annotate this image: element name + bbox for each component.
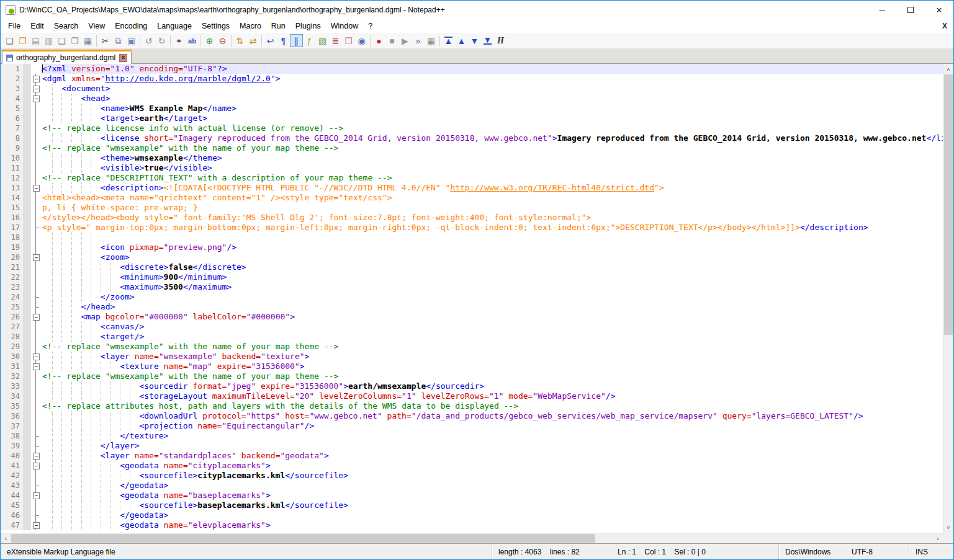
- line-number[interactable]: 6: [1, 113, 23, 123]
- maximize-button[interactable]: [896, 1, 925, 19]
- fold-current-button[interactable]: ▲: [455, 34, 468, 47]
- line-number[interactable]: 29: [1, 342, 23, 352]
- open-folder-button[interactable]: ❐: [16, 34, 29, 47]
- line-number[interactable]: 12: [1, 173, 23, 183]
- menu-view[interactable]: View: [83, 19, 110, 33]
- bookmark-margin[interactable]: [23, 193, 31, 203]
- line-number[interactable]: 23: [1, 282, 23, 292]
- code-text[interactable]: <geodata name="cityplacemarks">: [41, 461, 943, 471]
- show-indent-guide-button[interactable]: ∥: [290, 34, 303, 47]
- code-text[interactable]: <layer name="wmsexample" backend="textur…: [41, 352, 943, 362]
- code-text[interactable]: <sourcefile>baseplacemarks.kml</sourcefi…: [41, 500, 943, 510]
- line-number[interactable]: 16: [1, 213, 23, 223]
- bookmark-margin[interactable]: [23, 510, 31, 520]
- line-number[interactable]: 32: [1, 371, 23, 381]
- code-text[interactable]: </layer>: [41, 441, 943, 451]
- bookmark-margin[interactable]: [23, 213, 31, 223]
- bookmark-margin[interactable]: [23, 292, 31, 302]
- code-text[interactable]: <zoom>: [41, 252, 943, 262]
- find-button[interactable]: ⚭: [173, 34, 186, 47]
- bookmark-margin[interactable]: [23, 94, 31, 104]
- line-number[interactable]: 27: [1, 322, 23, 332]
- document-map-button[interactable]: ▧: [316, 34, 329, 47]
- line-number[interactable]: 40: [1, 451, 23, 461]
- vertical-scrollbar[interactable]: ˄ ˅: [943, 64, 953, 533]
- code-text[interactable]: </geodata>: [41, 481, 943, 491]
- scroll-up-icon[interactable]: ˄: [943, 64, 953, 74]
- bookmark-margin[interactable]: [23, 342, 31, 352]
- minimize-button[interactable]: ─: [868, 1, 896, 19]
- bookmark-margin[interactable]: [23, 481, 31, 491]
- zoom-out-button[interactable]: ⊖: [216, 34, 229, 47]
- line-number[interactable]: 4: [1, 94, 23, 104]
- line-number[interactable]: 14: [1, 193, 23, 203]
- bookmark-margin[interactable]: [23, 441, 31, 451]
- fold-toggle-icon[interactable]: [31, 252, 41, 262]
- bookmark-margin[interactable]: [23, 491, 31, 500]
- bookmark-margin[interactable]: [23, 84, 31, 94]
- scroll-down-icon[interactable]: ˅: [943, 522, 953, 533]
- code-pane[interactable]: 1<?xml version="1.0" encoding="UTF-8"?>2…: [1, 64, 943, 533]
- close-all-documents-button[interactable]: ❐: [68, 34, 81, 47]
- line-number[interactable]: 35: [1, 401, 23, 411]
- menu-language[interactable]: Language: [152, 19, 197, 33]
- bookmark-margin[interactable]: [23, 104, 31, 113]
- bookmark-margin[interactable]: [23, 262, 31, 272]
- code-text[interactable]: [41, 233, 943, 242]
- line-number[interactable]: 20: [1, 252, 23, 262]
- bookmark-margin[interactable]: [23, 163, 31, 173]
- line-number[interactable]: 5: [1, 104, 23, 113]
- line-number[interactable]: 38: [1, 431, 23, 441]
- bookmark-margin[interactable]: [23, 64, 31, 74]
- line-number[interactable]: 1: [1, 64, 23, 74]
- cut-button[interactable]: ✂: [99, 34, 112, 47]
- horizontal-scrollbar-thumb[interactable]: [11, 534, 595, 543]
- status-encoding[interactable]: UTF-8: [845, 544, 909, 559]
- code-text[interactable]: <minimum>900</minimum>: [41, 272, 943, 282]
- line-number[interactable]: 10: [1, 153, 23, 163]
- line-number[interactable]: 42: [1, 471, 23, 481]
- macro-stop-button[interactable]: ■: [385, 34, 398, 47]
- fold-toggle-icon[interactable]: [31, 94, 41, 104]
- bookmark-margin[interactable]: [23, 352, 31, 362]
- tab-orthography-burgenland[interactable]: orthography_burgenland.dgml ✕: [2, 50, 132, 64]
- code-text[interactable]: <dgml xmlns="http://edu.kde.org/marble/d…: [41, 74, 943, 84]
- menu-run[interactable]: Run: [266, 19, 290, 33]
- bookmark-margin[interactable]: [23, 471, 31, 481]
- bookmark-margin[interactable]: [23, 173, 31, 183]
- line-number[interactable]: 22: [1, 272, 23, 282]
- scroll-right-icon[interactable]: ›: [932, 533, 943, 543]
- save-button[interactable]: ▤: [29, 34, 42, 47]
- bookmark-margin[interactable]: [23, 282, 31, 292]
- bookmark-margin[interactable]: [23, 332, 31, 342]
- line-number[interactable]: 39: [1, 441, 23, 451]
- line-number[interactable]: 7: [1, 123, 23, 133]
- code-text[interactable]: <discrete>false</discrete>: [41, 262, 943, 272]
- bookmark-margin[interactable]: [23, 183, 31, 193]
- macro-save-button[interactable]: ▦: [425, 34, 438, 47]
- menu-plugins[interactable]: Plugins: [290, 19, 326, 33]
- code-text[interactable]: <!-- replace "wmsexample" with the name …: [41, 371, 943, 381]
- line-number[interactable]: 11: [1, 163, 23, 173]
- code-text[interactable]: <!-- replace licencse info with actual l…: [41, 123, 943, 133]
- code-text[interactable]: </style></head><body style=" font-family…: [41, 213, 943, 223]
- sync-vertical-scrolling-button[interactable]: ⇅: [233, 34, 246, 47]
- bookmark-margin[interactable]: [23, 520, 31, 530]
- bookmark-margin[interactable]: [23, 123, 31, 133]
- sync-horizontal-scrolling-button[interactable]: ⇄: [246, 34, 259, 47]
- horizontal-scrollbar[interactable]: ‹ ›: [1, 533, 943, 543]
- code-text[interactable]: <geodata name="baseplacemarks">: [41, 491, 943, 500]
- bookmark-margin[interactable]: [23, 322, 31, 332]
- fold-toggle-icon[interactable]: [31, 183, 41, 193]
- code-text[interactable]: <downloadUrl protocol="https" host="www.…: [41, 411, 943, 421]
- fold-toggle-icon[interactable]: [31, 362, 41, 371]
- line-number[interactable]: 9: [1, 143, 23, 153]
- fold-toggle-icon[interactable]: [31, 520, 41, 530]
- bookmark-margin[interactable]: [23, 113, 31, 123]
- code-text[interactable]: <sourcefile>cityplacemarks.kml</sourcefi…: [41, 471, 943, 481]
- code-text[interactable]: <!-- replace "wmsexample" with the name …: [41, 342, 943, 352]
- status-insert-mode[interactable]: INS: [909, 544, 953, 559]
- code-text[interactable]: <storageLayout maximumTileLevel="20" lev…: [41, 391, 943, 401]
- line-number[interactable]: 37: [1, 421, 23, 431]
- menu-file[interactable]: File: [3, 19, 25, 33]
